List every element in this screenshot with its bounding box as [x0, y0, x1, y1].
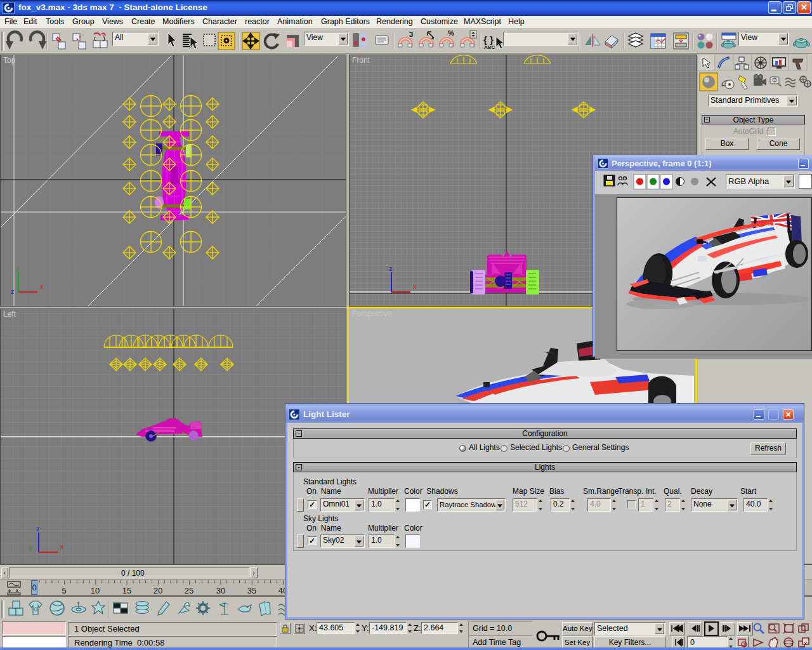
svg-text:ABC: ABC: [484, 44, 495, 50]
svg-text:25: 25: [185, 586, 193, 595]
svg-text:{ }: { }: [483, 34, 494, 45]
svg-text:10: 10: [91, 586, 100, 595]
svg-text:z: z: [11, 288, 15, 295]
svg-text:x: x: [413, 282, 417, 290]
svg-text:x: x: [60, 543, 64, 550]
svg-text:G: G: [34, 606, 38, 613]
svg-text:z: z: [36, 525, 40, 533]
svg-text:20: 20: [154, 586, 162, 595]
svg-text:3: 3: [409, 30, 413, 38]
svg-text:z: z: [389, 265, 393, 272]
svg-text:y: y: [16, 265, 20, 272]
svg-text:x: x: [40, 282, 44, 290]
svg-text:5: 5: [62, 586, 66, 595]
svg-text:%: %: [448, 29, 454, 37]
svg-text:15: 15: [122, 586, 131, 595]
svg-text:30: 30: [216, 586, 225, 595]
svg-text:y: y: [29, 544, 32, 552]
svg-text:35: 35: [247, 586, 256, 595]
